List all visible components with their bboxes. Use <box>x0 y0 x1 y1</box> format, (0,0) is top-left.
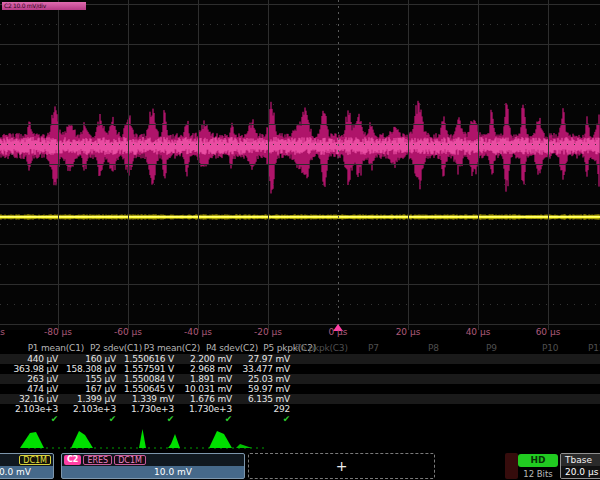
histicon-tail <box>236 444 252 448</box>
param-value: 27.97 mV <box>232 354 290 364</box>
param-header: P3 mean(C2) <box>142 343 200 354</box>
histicon-p1 <box>20 432 44 448</box>
gridline <box>0 124 600 125</box>
gridline <box>0 184 600 185</box>
param-row: 263 µV155 µV1.550084 V1.891 mV25.03 mV <box>0 374 600 384</box>
trigger-descriptor-partial[interactable] <box>505 453 518 479</box>
gridline <box>268 0 269 330</box>
param-value: 1.730e+3 <box>174 404 232 414</box>
param-header-dim: P7 <box>368 343 379 354</box>
trace-label-badge: C2 10.0 mV/div <box>2 2 86 10</box>
timebase-descriptor[interactable]: Tbase 20.0 µs <box>560 453 600 479</box>
param-value: 1.550084 V <box>116 374 174 384</box>
time-axis-label: 60 µs <box>536 327 561 337</box>
gridline <box>0 224 600 225</box>
histicon-p4 <box>168 434 180 448</box>
gridline <box>58 0 59 330</box>
gridline <box>0 44 600 45</box>
waveform-grid[interactable]: C2 10.0 mV/div <box>0 0 600 330</box>
gridline <box>408 0 409 330</box>
c2-scale-value: 10.0 mV <box>62 466 244 479</box>
measurement-table-headers: P1 mean(C1)P2 sdev(C1)P3 mean(C2)P4 sdev… <box>0 343 600 354</box>
oscilloscope-screen: C2 10.0 mV/div -100 µs-80 µs-60 µs-40 µs… <box>0 0 600 480</box>
param-status-row: ✔✔✔✔✔ <box>0 414 600 424</box>
gridline <box>0 84 600 85</box>
param-value: 2.103e+3 <box>58 404 116 414</box>
param-value: 33.477 mV <box>232 364 290 374</box>
status-check-icon: ✔ <box>116 414 174 424</box>
param-value: 160 µV <box>58 354 116 364</box>
gridline <box>0 304 600 305</box>
gridline <box>0 64 600 65</box>
gridline <box>0 284 600 285</box>
hd-mode-badge[interactable]: HD <box>518 454 558 467</box>
param-value: 1.676 mV <box>174 394 232 404</box>
param-header-dim: P9 <box>486 343 497 354</box>
time-axis-label: -100 µs <box>0 327 5 337</box>
time-axis-label: 20 µs <box>396 327 421 337</box>
gridline <box>548 0 549 330</box>
param-value: 2.103e+3 <box>0 404 58 414</box>
param-header-dim: P8 <box>428 343 439 354</box>
time-axis-label: 0 µs <box>328 327 347 337</box>
gridline <box>338 0 339 330</box>
param-value: 2.968 mV <box>174 364 232 374</box>
measurement-table[interactable]: P1 mean(C1)P2 sdev(C1)P3 mean(C2)P4 sdev… <box>0 343 600 424</box>
param-header: P2 sdev(C1) <box>84 343 142 354</box>
c2-coupling-badge: DC1M <box>114 455 146 465</box>
gridline <box>0 4 600 5</box>
gridline <box>0 104 600 105</box>
c2-name-badge: C2 <box>64 455 81 465</box>
time-axis-label: -80 µs <box>44 327 72 337</box>
gridline <box>0 164 600 165</box>
c1-coupling-badge: DC1M <box>19 455 51 465</box>
param-value: 167 µV <box>58 384 116 394</box>
timebase-label: Tbase <box>561 454 600 466</box>
status-check-icon: ✔ <box>174 414 232 424</box>
param-value: 10.031 mV <box>174 384 232 394</box>
histicons-row <box>0 428 600 452</box>
param-value: 158.308 µV <box>58 364 116 374</box>
param-value: 263 µV <box>0 374 58 384</box>
param-header-dim: P6 pkpk(C3) <box>295 343 348 354</box>
param-header-dim: P10 <box>542 343 558 354</box>
time-axis: -100 µs-80 µs-60 µs-40 µs-20 µs0 µs20 µs… <box>0 325 600 341</box>
param-value: 6.135 mV <box>232 394 290 404</box>
c2-eres-badge: ERES <box>83 455 112 465</box>
plus-icon: + <box>336 458 348 474</box>
histicon-p5 <box>209 431 232 448</box>
time-axis-label: -20 µs <box>254 327 282 337</box>
param-header: P1 mean(C1) <box>26 343 84 354</box>
histicon-p3 <box>139 429 146 448</box>
param-value: 32.16 µV <box>0 394 58 404</box>
status-check-icon: ✔ <box>58 414 116 424</box>
param-value: 440 µV <box>0 354 58 364</box>
time-axis-label: 40 µs <box>466 327 491 337</box>
channel-c2-descriptor[interactable]: C2 ERES DC1M 10.0 mV <box>61 453 245 479</box>
histicon-p2 <box>71 431 93 448</box>
param-value: 363.98 µV <box>0 364 58 374</box>
gridline <box>0 24 600 25</box>
param-header-dim: P11 <box>588 343 600 354</box>
param-row: 2.103e+32.103e+31.730e+31.730e+3292 <box>0 404 600 414</box>
descriptor-bar: DC1M 10.0 mV C2 ERES DC1M 10.0 mV + HD 1… <box>0 452 600 480</box>
param-value: 1.730e+3 <box>116 404 174 414</box>
param-value: 1.399 µV <box>58 394 116 404</box>
gridline <box>128 0 129 330</box>
param-value: 59.97 mV <box>232 384 290 394</box>
gridline <box>0 204 600 205</box>
param-value: 474 µV <box>0 384 58 394</box>
c1-scale-value: 10.0 mV <box>0 466 53 479</box>
param-value: 1.550645 V <box>116 384 174 394</box>
param-row: 474 µV167 µV1.550645 V10.031 mV59.97 mV <box>0 384 600 394</box>
channel-c1-descriptor[interactable]: DC1M 10.0 mV <box>0 453 54 479</box>
add-trace-button[interactable]: + <box>248 453 435 479</box>
gridline <box>0 244 600 245</box>
param-value: 1.550616 V <box>116 354 174 364</box>
param-value: 155 µV <box>58 374 116 384</box>
param-header: P4 sdev(C2) <box>200 343 258 354</box>
param-value: 1.557591 V <box>116 364 174 374</box>
hd-bits-label: 12 Bits <box>518 469 558 479</box>
gridline <box>0 264 600 265</box>
param-row: 363.98 µV158.308 µV1.557591 V2.968 mV33.… <box>0 364 600 374</box>
